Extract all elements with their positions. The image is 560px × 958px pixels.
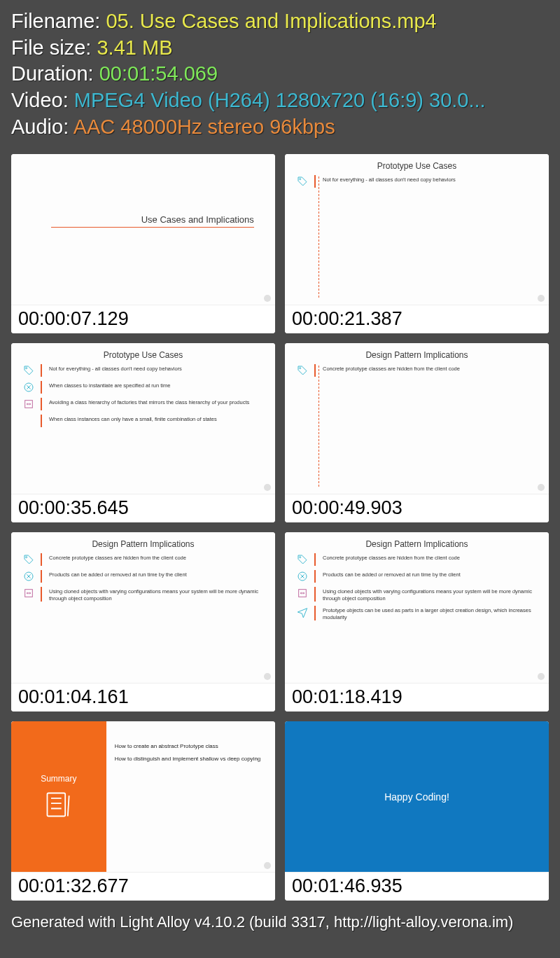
divider-icon <box>41 553 43 566</box>
plane-icon <box>295 606 310 618</box>
bullet-row: Products can be added or removed at run … <box>21 570 265 583</box>
audio-row: Audio: AAC 48000Hz stereo 96kbps <box>11 114 549 141</box>
summary-points: How to create an abstract Prototype clas… <box>106 721 275 872</box>
divider-icon <box>41 381 43 394</box>
thumbnail[interactable]: Design Pattern Implications Concrete pro… <box>285 343 549 522</box>
x-circle-icon <box>295 570 310 582</box>
bullet-text: Not for everything - all classes don't n… <box>323 175 539 183</box>
x-circle-icon <box>21 381 36 393</box>
slide-title: Design Pattern Implications <box>285 532 549 553</box>
frame-preview: Prototype Use Cases Not for everything -… <box>11 343 275 494</box>
bullet-row: Concrete prototype classes are hidden fr… <box>295 364 539 377</box>
tag-icon <box>21 364 36 376</box>
bullet-text: Using cloned objects with varying config… <box>323 587 539 602</box>
bullet-row: Using cloned objects with varying config… <box>295 587 539 602</box>
thumbnail-grid: Use Cases and Implications 00:00:07.129 … <box>0 146 560 909</box>
dashed-line-icon <box>318 176 319 298</box>
bullet-text: Not for everything - all classes don't n… <box>49 364 265 372</box>
bullet-row: Concrete prototype classes are hidden fr… <box>295 553 539 566</box>
bullet-row: Not for everything - all classes don't n… <box>21 364 265 377</box>
tag-icon <box>21 553 36 565</box>
placeholder-icon <box>21 415 36 415</box>
frame-preview: Prototype Use Cases Not for everything -… <box>285 154 549 305</box>
summary-point: How to distinguish and implement shallow… <box>115 755 267 763</box>
summary-title: Summary <box>41 774 76 784</box>
file-metadata-header: Filename: 05. Use Cases and Implications… <box>0 0 560 146</box>
divider-icon <box>41 570 43 583</box>
audio-value: AAC 48000Hz stereo 96kbps <box>74 116 335 138</box>
bullet-row: Not for everything - all classes don't n… <box>295 175 539 188</box>
thumbnail[interactable]: Prototype Use Cases Not for everything -… <box>11 343 275 522</box>
summary-point: How to create an abstract Prototype clas… <box>115 742 267 751</box>
bullet-text: Using cloned objects with varying config… <box>49 587 265 602</box>
bullet-list: Not for everything - all classes don't n… <box>285 175 549 188</box>
divider-icon <box>314 175 317 188</box>
logo-badge-icon <box>538 673 545 680</box>
divider-icon <box>41 587 43 602</box>
bullet-row: Products can be added or removed at run … <box>295 570 539 583</box>
slide-title: Prototype Use Cases <box>285 154 549 175</box>
slide-title: Use Cases and Implications <box>51 214 254 228</box>
thumbnail[interactable]: Design Pattern Implications Concrete pro… <box>285 532 549 711</box>
duration-label: Duration: <box>11 62 99 85</box>
bullet-text: Prototype objects can be used as parts i… <box>323 606 539 620</box>
timecode: 00:00:07.129 <box>11 305 275 333</box>
frame-preview: Design Pattern Implications Concrete pro… <box>285 532 549 683</box>
duration-value: 00:01:54.069 <box>99 62 218 85</box>
slide-title: Design Pattern Implications <box>11 532 275 553</box>
slide-title: Design Pattern Implications <box>285 343 549 364</box>
logo-badge-icon <box>538 484 545 491</box>
filesize-label: File size: <box>11 36 97 59</box>
timecode: 00:00:21.387 <box>285 305 549 333</box>
logo-badge-icon <box>538 295 545 302</box>
slide-title: Prototype Use Cases <box>11 343 275 364</box>
bullet-row: Avoiding a class hierarchy of factories … <box>21 398 265 410</box>
bullet-list: Concrete prototype classes are hidden fr… <box>11 553 275 602</box>
thumbnail[interactable]: Design Pattern Implications Concrete pro… <box>11 532 275 711</box>
filesize-value: 3.41 MB <box>97 36 172 59</box>
filename-label: Filename: <box>11 10 106 32</box>
divider-icon <box>41 364 43 377</box>
duration-row: Duration: 00:01:54.069 <box>11 61 549 88</box>
svg-point-4 <box>300 368 301 369</box>
arrows-icon <box>21 587 36 599</box>
logo-badge-icon <box>264 673 271 680</box>
bullet-text: When class instances can only have a sma… <box>49 415 265 422</box>
audio-label: Audio: <box>11 116 74 138</box>
thumbnail[interactable]: Summary How to create an abstract Protot… <box>11 721 275 901</box>
tag-icon <box>295 175 310 187</box>
bullet-text: Concrete prototype classes are hidden fr… <box>323 553 539 561</box>
timecode: 00:00:49.903 <box>285 494 549 522</box>
frame-preview: Design Pattern Implications Concrete pro… <box>11 532 275 683</box>
video-row: Video: MPEG4 Video (H264) 1280x720 (16:9… <box>11 88 549 114</box>
svg-point-5 <box>26 557 27 558</box>
svg-rect-11 <box>47 793 65 816</box>
filesize-row: File size: 3.41 MB <box>11 35 549 62</box>
timecode: 00:01:32.677 <box>11 872 275 901</box>
bullet-text: Concrete prototype classes are hidden fr… <box>49 553 265 561</box>
bullet-list: Concrete prototype classes are hidden fr… <box>285 364 549 377</box>
thumbnail[interactable]: Prototype Use Cases Not for everything -… <box>285 154 549 333</box>
bullet-list: Not for everything - all classes don't n… <box>11 364 275 427</box>
frame-preview: Design Pattern Implications Concrete pro… <box>285 343 549 494</box>
tag-icon <box>295 364 310 376</box>
arrows-icon <box>21 398 36 410</box>
dashed-line-icon <box>318 366 319 487</box>
bullet-text: Products can be added or removed at run … <box>49 570 265 578</box>
arrows-icon <box>295 587 310 599</box>
bullet-list: Concrete prototype classes are hidden fr… <box>285 553 549 620</box>
video-label: Video: <box>11 89 74 111</box>
frame-preview: Summary How to create an abstract Protot… <box>11 721 275 872</box>
divider-icon <box>314 570 317 583</box>
x-circle-icon <box>21 570 36 582</box>
timecode: 00:01:04.161 <box>11 683 275 711</box>
bullet-row: When classes to instantiate are specifie… <box>21 381 265 394</box>
checklist-icon <box>43 789 74 820</box>
thumbnail[interactable]: Happy Coding! 00:01:46.935 <box>285 721 549 901</box>
bullet-text: Avoiding a class hierarchy of factories … <box>49 398 265 405</box>
thumbnail[interactable]: Use Cases and Implications 00:00:07.129 <box>11 154 275 333</box>
logo-badge-icon <box>264 295 271 302</box>
bullet-row: Prototype objects can be used as parts i… <box>295 606 539 620</box>
bullet-text: Concrete prototype classes are hidden fr… <box>323 364 539 372</box>
svg-point-1 <box>26 368 27 369</box>
